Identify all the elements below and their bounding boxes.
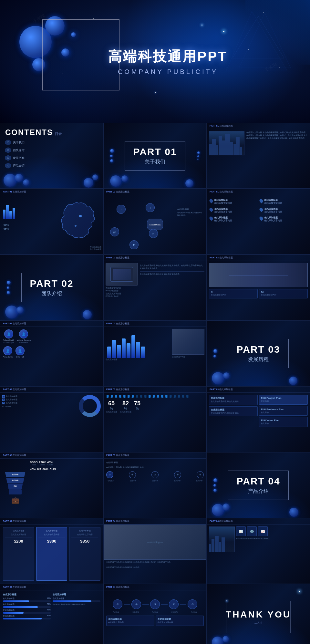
slide-flow: PART 04 在此添加标题 ① ② ③ ④ ⑤ 在此添加 在此添加 在此添加 … (103, 584, 207, 644)
location-list-left: 在此添加标题在此添加文字内容 在此添加标题在此添加文字内容 在此添加标题在此添加… (210, 198, 257, 251)
slide-part02: PART 02 团队介绍 (0, 254, 103, 320)
slide-laptop: PART 02 在此添加标题 在此添加文字内容 PPT样式文字内容 在此添加文字… (103, 254, 207, 320)
funnel: 在此添加 在此添加 在此 💼 (2, 461, 28, 515)
slide-header-5: PART 01 在此添加标题 (104, 189, 206, 195)
slide-piestats: PART 03 在此添加标题 ✓ 在此添加标题 ✓ 在此添加标题 ✓ 在此添加标… (0, 386, 103, 452)
slide-header-16: PART 03 在此添加标题 (0, 452, 103, 459)
slide-map: PART 01 在此添加标题 98% 65% (0, 189, 103, 254)
cards-content: 在此添加标题 在此添加文字内容,单击此处编辑。 在此添加标题 在此添加文字内容,… (207, 393, 310, 452)
svg-point-7 (81, 397, 99, 415)
slide-header-15: PART 03 在此添加标题 (207, 387, 310, 393)
steps-content: 在此添加标题 在此添加文字内容,单击此处编辑母版文本样式。 ① ② ③ ④ ⑤ … (104, 459, 206, 517)
hero-title-cn: 高端科技通用PPT (108, 47, 228, 66)
slide-header-8: PART 02 在此添加标题 (104, 255, 206, 261)
city-product-content: 📊 ⚙️ 📈 在此添加文字内容,单击此处编辑母版文本样式。 (207, 525, 310, 583)
hero-frame (42, 19, 119, 90)
social-text: 在此添加标题 在此添加文字内容,单击此处编辑母版文本样式。 (177, 208, 203, 216)
slide-corridor: PART 02 在此添加标题 N 在此添加文字内容 G+ 在此添加文字内容 (207, 254, 310, 320)
slide-part03: PART 03 发展历程 (207, 320, 310, 386)
pie-text: ✓ 在此添加标题 ✓ 在此添加标题 ✓ 在此添加标题 54.7% Hn (2, 395, 77, 450)
barchart-image: 在此添加文字内容 (172, 329, 204, 384)
contents-items: ⬡ 关于我们 ⬡ 团队介绍 ⬡ 发展历程 ⬡ 产品介绍 (5, 140, 98, 169)
slide-header-20: PART 04 在此添加标题 (104, 518, 206, 525)
slide-people: PART 03 在此添加标题 👤👤👤👤👤 👤👤👤👤👤 👤👤👤👤👤 👤👤👤👤👤 6… (103, 386, 207, 452)
city-image (209, 131, 244, 155)
contents-item-2: 团队介绍 (13, 148, 25, 152)
social-node-fb: f (117, 205, 126, 214)
part03-number: PART 03 (236, 344, 280, 355)
part01-dots (110, 149, 114, 162)
progress-content: 在此添加标题 在此添加标题55% 在此添加标题73% 在此添加标题43% (0, 590, 103, 644)
laptop-text: 在此添加文字内容,单击此处编辑母版文本样式。在此添加文字内容,单击此处编辑母版文… (140, 263, 204, 318)
slide-cards: PART 03 在此添加标题 在此添加标题 在此添加文字内容,单击此处编辑。 在… (207, 386, 310, 452)
part04-title: 产品介绍 (236, 488, 280, 495)
content-text-3: 在此添加文字内容,单击此处编辑母版文本样式,单击此处编辑文字内容。在此添加文字内… (246, 131, 308, 140)
people-icons: 👤👤👤👤👤 👤👤👤👤👤 👤👤👤👤👤 👤👤👤👤👤 (106, 395, 204, 398)
contents-item-3: 发展历程 (13, 156, 25, 160)
people-stats: 65 % 在此添加标题 82 % 在此添加标题 75 % (106, 400, 204, 413)
briefcase-icon: 💼 (11, 496, 19, 504)
social-node-tw: t (146, 203, 155, 212)
map-labels: 在此添加标题 在此添加标题 (90, 246, 101, 251)
contents-subtitle: 目录 (55, 131, 62, 136)
hero-slide: 高端科技通用PPT COMPANY PUBLICITY 千库网 千库网 (0, 0, 310, 123)
part01-number: PART 01 (133, 146, 177, 157)
map-shape (58, 200, 100, 243)
slide-social: PART 01 在此添加标题 Social Media f t g+ in ▶ … (103, 189, 207, 254)
barchart-area: 在此添加标题 (106, 329, 171, 384)
briefcase-stats: 30GB News 270K Clients 40% Growth 40% (30, 461, 101, 515)
pricing-content: 在此添加标题 在此添加文字内容 $200 在此添加标题 在此添加文字内容 $30… (0, 525, 103, 583)
slide-header-6: PART 01 在此添加标题 (207, 189, 310, 195)
slide-header-14: PART 03 在此添加标题 (104, 387, 206, 393)
part02-number: PART 02 (30, 278, 73, 289)
pie-chart (78, 395, 101, 450)
slide-team: PART 02 在此添加标题 👤 Robert Smith CEO Manage… (0, 320, 103, 386)
slide-barchart: PART 02 在此添加标题 在此添加标题 (103, 320, 207, 386)
hex-icon-4: ⬡ (5, 163, 11, 169)
contents-item-1: 关于我们 (13, 140, 25, 145)
handshake-content: — meeting — 在此添加文字内容,单击此处编辑母版文本样式,单击此处编辑… (104, 525, 206, 583)
hex-icon-2: ⬡ (5, 147, 11, 153)
slide-header-21: PART 04 在此添加标题 (207, 518, 310, 525)
steps-row: ① ② ③ ④ ⑤ (106, 471, 204, 478)
slide-part01-content: PART 01 在此添加标题 在 (207, 123, 310, 189)
slide-header-10: PART 02 在此添加标题 (0, 321, 103, 327)
slide-header-9: PART 02 在此添加标题 (207, 255, 310, 261)
corridor-image (209, 263, 308, 287)
slide-locations: PART 01 在此添加标题 在此添加标题在此添加文字内容 在此添加标题在此添加… (207, 189, 310, 254)
part03-dots (213, 349, 217, 358)
contents-item-4: 产品介绍 (13, 164, 25, 168)
hero-title-en: COMPANY PUBLICITY (108, 68, 228, 76)
social-node-gp: g+ (110, 227, 119, 236)
thank-you-title: THANK YOU (226, 609, 291, 620)
svg-point-4 (75, 225, 77, 227)
slide-steps: PART 03 在此添加标题 在此添加标题 在此添加文字内容,单击此处编辑母版文… (103, 452, 207, 518)
svg-point-3 (79, 215, 82, 217)
slide-handshake: PART 04 在此添加标题 — meeting — 在此添加文字内容,单击此处… (103, 518, 207, 584)
location-list-right: 在此添加标题在此添加文字内容 在此添加标题在此添加文字内容 在此添加标题在此添加… (260, 198, 307, 251)
slide-briefcase: PART 03 在此添加标题 在此添加 在此添加 在此 💼 (0, 452, 103, 518)
part04-number: PART 04 (236, 476, 280, 487)
laptop-image: 在此添加文字内容 PPT样式文字内容 在此添加文字内容 PPT样式文字内容 (106, 263, 138, 318)
part01-frame: PART 01 关于我们 (125, 141, 185, 171)
part01-title: 关于我们 (133, 159, 177, 165)
slide-header-23: PART 04 在此添加标题 (104, 584, 206, 590)
slide-header-19: PART 04 在此添加标题 (0, 518, 103, 525)
slide-pricing: PART 04 在此添加标题 在此添加标题 在此添加文字内容 $200 在此添加… (0, 518, 103, 584)
flow-circles: ① ② ③ ④ ⑤ (106, 599, 204, 609)
slide-header-13: PART 03 在此添加标题 (0, 387, 103, 393)
slide-header-17: PART 03 在此添加标题 (104, 452, 206, 459)
slide-part04: PART 04 产品介绍 (207, 452, 310, 518)
slide-thank-you: THANK YOU 二人才 (207, 584, 310, 644)
slides-grid: CONTENTS 目录 ⬡ 关于我们 ⬡ 团队介绍 ⬡ 发展历程 ⬡ (0, 123, 310, 644)
part03-frame: PART 03 发展历程 (228, 339, 288, 368)
slide-progress: PART 04 在此添加标题 在此添加标题 在此添加标题55% 在此添加标题73… (0, 584, 103, 644)
slide-contents: CONTENTS 目录 ⬡ 关于我们 ⬡ 团队介绍 ⬡ 发展历程 ⬡ (0, 123, 103, 189)
hex-icon-1: ⬡ (5, 140, 11, 145)
part02-title: 团队介绍 (30, 290, 73, 297)
thank-you-sub: 二人才 (226, 621, 291, 625)
chart-bars (3, 203, 15, 219)
briefcase-content: 在此添加 在此添加 在此 💼 30GB New (0, 459, 103, 517)
corridor-stats: N 在此添加文字内容 G+ 在此添加文字内容 (209, 289, 308, 298)
slide-header-11: PART 02 在此添加标题 (104, 321, 206, 327)
